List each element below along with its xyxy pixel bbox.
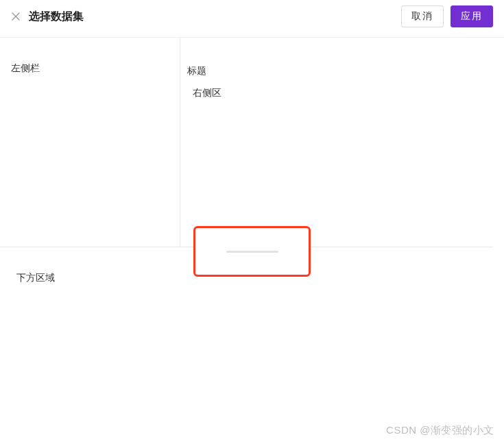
header-left: 选择数据集: [11, 10, 84, 24]
watermark-text: CSDN @渐变强的小文: [386, 424, 494, 437]
close-icon[interactable]: [11, 12, 21, 21]
upper-area: 左侧栏 标题 右侧区: [0, 38, 504, 247]
lower-area-label: 下方区域: [16, 272, 55, 283]
apply-button[interactable]: 应用: [451, 5, 493, 27]
dialog-title: 选择数据集: [29, 10, 84, 24]
right-panel-title: 标题: [187, 65, 493, 77]
left-panel: 左侧栏: [0, 38, 180, 247]
header-actions: 取消 应用: [401, 5, 493, 27]
dialog-header: 选择数据集 取消 应用: [0, 0, 504, 38]
left-panel-label: 左侧栏: [11, 62, 40, 73]
cancel-button[interactable]: 取消: [401, 5, 444, 27]
right-area-label: 右侧区: [187, 87, 493, 99]
right-panel: 标题 右侧区: [180, 38, 504, 247]
drag-handle-icon[interactable]: [226, 251, 278, 253]
resize-handle-highlight: [193, 226, 311, 277]
